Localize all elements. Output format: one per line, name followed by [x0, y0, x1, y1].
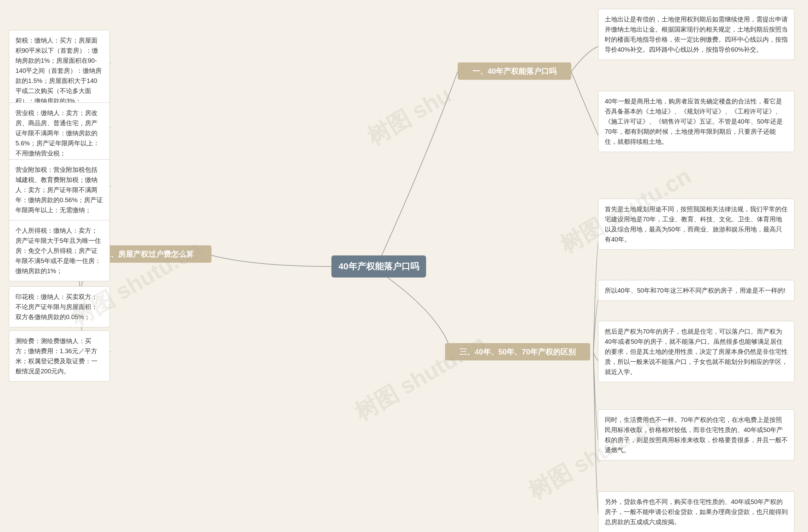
leaf-l6: 测绘费：测绘费缴纳人：买方；缴纳费用：1.36元／平方米；权属登记费及取证费：一… [9, 330, 110, 382]
leaf-r1: 土地出让是有偿的，土地使用权到期后如需继续使用，需提出申请并缴纳土地出让金。根据… [598, 9, 794, 60]
leaf-r4: 所以40年、50年和70年这三种不同产权的房子，用途是不一样的! [598, 280, 794, 301]
leaf-r7: 另外，贷款条件也不同，购买非住宅性质的、40年或50年产权的房子，一般不能申请公… [598, 491, 794, 532]
leaf-r6: 同时，生活费用也不一样。70年产权的住宅，在水电费上是按照民用标准收取，价格相对… [598, 409, 794, 460]
center-node: 40年产权能落户口吗 [331, 255, 426, 278]
leaf-l5: 印花税：缴纳人：买卖双方；不论房产证年限与房屋面积：双方各缴纳房款的0.05%； [9, 286, 110, 327]
leaf-r2: 40年一般是商用土地，购房者应首先确定楼盘的合法性，看它是否具备基本的《土地证》… [598, 91, 794, 152]
leaf-l2: 营业税：缴纳人：卖方；房改房、商品房、普通住宅，房产证年限不满两年：缴纳房款的5… [9, 102, 110, 164]
leaf-r3: 首先是土地规划用途不同，按照我国相关法律法规，我们平常的住宅建设用地是70年，工… [598, 199, 794, 250]
branch-node-1: 一、40年产权能落户口吗 [458, 62, 571, 80]
watermark-2: 树图 shu [362, 80, 457, 152]
leaf-l4: 个人所得税：缴纳人：卖方；房产证年限大于5年且为唯一住房：免交个人所得税；房产证… [9, 220, 110, 281]
branch-node-3: 三、40年、50年、70年产权的区别 [445, 343, 590, 360]
leaf-l1: 契税：缴纳人：买方；房屋面积90平米以下（首套房）：缴纳房款的1%；房屋面积在9… [9, 30, 110, 111]
leaf-l3: 营业附加税：营业附加税包括城建税、教育费附加税；缴纳人：卖方；房产证年限不满两年… [9, 159, 110, 221]
leaf-r5: 然后是产权为70年的房子，也就是住宅，可以落户口。而产权为40年或者50年的房子… [598, 321, 794, 382]
